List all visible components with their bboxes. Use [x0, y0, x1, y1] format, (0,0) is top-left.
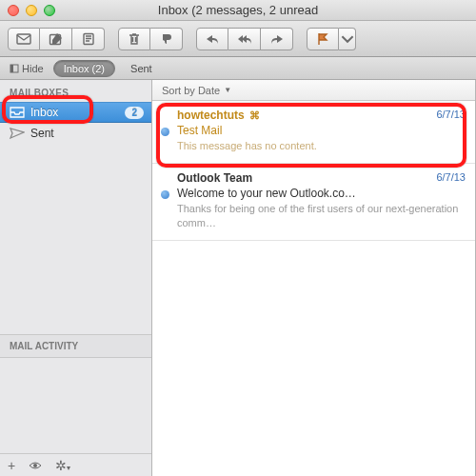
reply-group — [196, 28, 293, 50]
message-list: Sort by Date ▼ howtechtuts ⌘ 6/7/13 Test… — [152, 80, 476, 476]
message-date: 6/7/13 — [436, 171, 466, 183]
hide-label: Hide — [22, 63, 44, 74]
window-title: Inbox (2 messages, 2 unread — [0, 3, 476, 17]
sidebar-footer: + ✲▾ — [0, 453, 151, 476]
vip-icon: ⌘ — [247, 109, 260, 121]
sidebar-item-label: Inbox — [30, 106, 119, 119]
sidebar: MAILBOXES Inbox 2 Sent MAIL ACTIVITY + ✲… — [0, 80, 152, 476]
add-button[interactable]: + — [8, 458, 15, 473]
mail-activity: MAIL ACTIVITY + ✲▾ — [0, 334, 151, 476]
svg-rect-4 — [10, 65, 13, 72]
tab-label: Sent — [130, 63, 152, 74]
forward-icon — [269, 32, 285, 46]
mailboxes-header: MAILBOXES — [0, 80, 151, 102]
trash-icon — [127, 32, 142, 46]
tab-sent[interactable]: Sent — [121, 60, 162, 77]
get-mail-button[interactable] — [8, 28, 40, 50]
chevron-down-icon: ▼ — [224, 86, 231, 94]
delete-button[interactable] — [118, 28, 150, 50]
zoom-icon[interactable] — [44, 5, 55, 16]
message-from: howtechtuts ⌘ — [177, 109, 466, 122]
hide-icon — [10, 64, 19, 73]
flag-button[interactable] — [307, 28, 339, 50]
envelope-icon — [16, 32, 31, 46]
unread-count-badge: 2 — [125, 107, 144, 119]
compose-button[interactable] — [40, 28, 72, 50]
window-controls — [8, 5, 55, 16]
sort-label: Sort by Date — [162, 85, 220, 96]
sidebar-item-sent[interactable]: Sent — [0, 123, 151, 144]
message-preview: Thanks for being one of the first users … — [177, 202, 466, 230]
chevron-down-icon — [340, 32, 355, 46]
sort-header[interactable]: Sort by Date ▼ — [152, 80, 475, 101]
tab-inbox[interactable]: Inbox (2) — [53, 60, 115, 77]
unread-dot-icon — [161, 190, 169, 199]
hide-button[interactable]: Hide — [6, 63, 48, 74]
reply-icon — [205, 32, 220, 46]
main-area: MAILBOXES Inbox 2 Sent MAIL ACTIVITY + ✲… — [0, 80, 476, 476]
inbox-icon — [10, 106, 25, 119]
note-button[interactable] — [72, 28, 105, 50]
message-preview: This message has no content. — [177, 139, 466, 153]
message-subject: Welcome to your new Outlook.co… — [177, 187, 466, 200]
svg-point-5 — [33, 464, 37, 467]
compose-icon — [49, 32, 64, 46]
note-icon — [81, 32, 96, 46]
reply-all-icon — [237, 32, 252, 46]
message-row[interactable]: Outlook Team 6/7/13 Welcome to your new … — [152, 164, 475, 241]
favorites-bar: Hide Inbox (2) Sent — [0, 57, 476, 80]
message-subject: Test Mail — [177, 124, 466, 137]
thumbs-down-icon — [159, 32, 174, 46]
flag-group — [307, 28, 356, 50]
show-icon — [29, 461, 42, 470]
message-from: Outlook Team — [177, 171, 466, 185]
message-row[interactable]: howtechtuts ⌘ 6/7/13 Test Mail This mess… — [152, 101, 475, 164]
forward-button[interactable] — [261, 28, 293, 50]
action-menu-button[interactable]: ✲▾ — [55, 458, 70, 473]
mail-activity-body — [0, 358, 151, 453]
flag-menu-button[interactable] — [339, 28, 356, 50]
reply-all-button[interactable] — [228, 28, 261, 50]
svg-rect-0 — [17, 34, 30, 44]
delete-junk-group — [118, 28, 183, 50]
sidebar-item-label: Sent — [30, 127, 144, 140]
message-date: 6/7/13 — [436, 109, 466, 120]
mail-actions-group — [8, 28, 105, 50]
sent-icon — [10, 127, 25, 140]
minimize-icon[interactable] — [26, 5, 37, 16]
tab-label: Inbox (2) — [64, 63, 105, 74]
flag-icon — [315, 32, 330, 46]
unread-dot-icon — [161, 128, 169, 136]
toolbar — [0, 21, 476, 57]
sidebar-item-inbox[interactable]: Inbox 2 — [0, 102, 151, 123]
close-icon[interactable] — [8, 5, 19, 16]
show-button[interactable] — [29, 458, 42, 473]
mail-activity-header: MAIL ACTIVITY — [0, 334, 151, 358]
titlebar: Inbox (2 messages, 2 unread — [0, 0, 476, 21]
junk-button[interactable] — [150, 28, 183, 50]
reply-button[interactable] — [196, 28, 228, 50]
